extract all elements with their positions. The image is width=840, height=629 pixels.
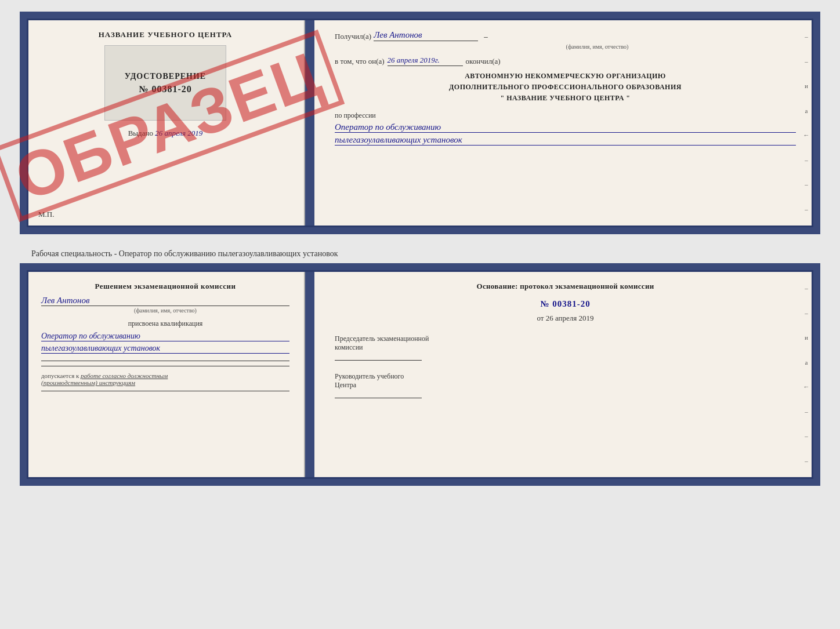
side-dash-1: –: [805, 33, 808, 40]
middle-label-text: Рабочая специальность - Оператор по обсл…: [31, 249, 338, 258]
qual-line2: пылегазоулавливающих установок: [41, 344, 289, 354]
resheniem-title: Решением экзаменационной комиссии: [41, 282, 289, 291]
side-dash-b2: –: [805, 310, 808, 317]
cert-bottom-right: Основание: протокол экзаменационной коми…: [314, 270, 813, 479]
org-line1: АВТОНОМНУЮ НЕКОММЕРЧЕСКУЮ ОРГАНИЗАЦИЮ: [335, 71, 796, 82]
udost-label: УДОСТОВЕРЕНИЕ: [125, 72, 206, 81]
qual-line1: Оператор по обслуживанию: [41, 332, 289, 341]
side-dash-b3: и: [805, 334, 808, 341]
side-dash-b4: а: [805, 359, 808, 366]
cert-top-right: Получил(а) Лев Антонов – (фамилия, имя, …: [314, 19, 813, 227]
udostoverenie-box: УДОСТОВЕРЕНИЕ № 00381-20: [104, 45, 226, 121]
top-left-title: НАЗВАНИЕ УЧЕБНОГО ЦЕНТРА: [41, 30, 289, 39]
rukovoditel-label: Руководитель учебного: [335, 372, 796, 381]
dopuskaetsya-text: допускается к работе согласно должностны…: [41, 372, 289, 386]
prot-date-prefix: от: [537, 314, 544, 322]
rukovoditel-block: Руководитель учебного Центра: [335, 372, 796, 398]
vtom-line: в том, что он(а) 26 апреля 2019г. окончи…: [335, 56, 796, 66]
side-dash-b5: ←: [803, 383, 810, 390]
dash-right: –: [484, 32, 488, 41]
vtom-okonchil: окончил(а): [466, 57, 501, 66]
side-dash-b1: –: [805, 285, 808, 292]
middle-label: Рабочая специальность - Оператор по обсл…: [20, 245, 820, 263]
side-dash-b7: –: [805, 432, 808, 439]
dopuskaetsya-link2: (производственным) инструкциям: [41, 379, 135, 386]
udost-number: № 00381-20: [139, 84, 191, 94]
center-spine-bottom: [305, 270, 314, 479]
blank-line-1: [41, 361, 289, 361]
prisvoena-label: присвоена квалификация: [41, 319, 289, 328]
vydano-label: Выдано: [128, 129, 153, 137]
po-professii-label: по профессии: [335, 111, 796, 120]
cert-bottom-left: Решением экзаменационной комиссии Лев Ан…: [27, 270, 305, 479]
side-dash-8: –: [805, 206, 808, 213]
org-line3: " НАЗВАНИЕ УЧЕБНОГО ЦЕНТРА ": [335, 93, 796, 104]
dopuskaetsya-prefix: допускается к: [41, 372, 79, 379]
side-dash-6: –: [805, 157, 808, 163]
side-dash-7: –: [805, 181, 808, 188]
dopuskaetsya-link: работе согласно должностным: [81, 372, 168, 379]
vtom-date: 26 апреля 2019г.: [388, 56, 463, 66]
side-dash-b6: –: [805, 408, 808, 415]
predsedatel-label2: комиссии: [335, 343, 796, 352]
poluchil-fio-hint: (фамилия, имя, отчество): [399, 43, 796, 50]
certificate-bottom: Решением экзаменационной комиссии Лев Ан…: [20, 263, 820, 486]
prot-number: № 00381-20: [335, 299, 796, 309]
vtom-label: в том, что он(а): [335, 57, 385, 66]
bl-fio-hint: (фамилия, имя, отчество): [41, 307, 289, 314]
predsedatel-label: Председатель экзаменационной: [335, 335, 796, 343]
side-dashes: – – и а ← – – –: [799, 19, 813, 227]
blank-line-2: [41, 366, 289, 366]
side-dashes-bottom: – – и а ← – – –: [799, 270, 813, 479]
poluchil-line: Получил(а) Лев Антонов –: [335, 30, 796, 41]
mp-line: М.П.: [38, 210, 54, 219]
blank-line-3: [41, 391, 289, 391]
poluchil-name: Лев Антонов: [374, 30, 478, 41]
bl-name: Лев Антонов: [41, 296, 289, 306]
vydano-line: Выдано 26 апреля 2019: [41, 129, 289, 138]
org-line2: ДОПОЛНИТЕЛЬНОГО ПРОФЕССИОНАЛЬНОГО ОБРАЗО…: [335, 82, 796, 93]
predsedatel-block: Председатель экзаменационной комиссии: [335, 335, 796, 361]
side-dash-4: а: [805, 107, 808, 114]
rukovoditel-label2: Центра: [335, 381, 796, 390]
profession-line1: Оператор по обслуживанию: [335, 122, 796, 133]
side-dash-5: ←: [803, 132, 810, 139]
org-block: АВТОНОМНУЮ НЕКОММЕРЧЕСКУЮ ОРГАНИЗАЦИЮ ДО…: [335, 71, 796, 104]
cert-top-left: НАЗВАНИЕ УЧЕБНОГО ЦЕНТРА УДОСТОВЕРЕНИЕ №…: [27, 19, 305, 227]
side-dash-3: и: [805, 82, 808, 89]
rukovoditel-sign-line: [335, 398, 422, 398]
vydano-date: 26 апреля 2019: [155, 129, 202, 137]
side-dash-2: –: [805, 58, 808, 65]
osnovanie-label: Основание: протокол экзаменационной коми…: [335, 282, 796, 291]
predsedatel-sign-line: [335, 360, 422, 361]
certificate-top: НАЗВАНИЕ УЧЕБНОГО ЦЕНТРА УДОСТОВЕРЕНИЕ №…: [20, 12, 820, 234]
side-dash-b8: –: [805, 457, 808, 464]
profession-line2: пылегазоулавливающих установок: [335, 135, 796, 146]
poluchil-label: Получил(а): [335, 32, 371, 41]
prot-date: от 26 апреля 2019: [335, 314, 796, 323]
prot-date-value: 26 апреля 2019: [546, 314, 594, 322]
center-spine: [305, 19, 314, 227]
